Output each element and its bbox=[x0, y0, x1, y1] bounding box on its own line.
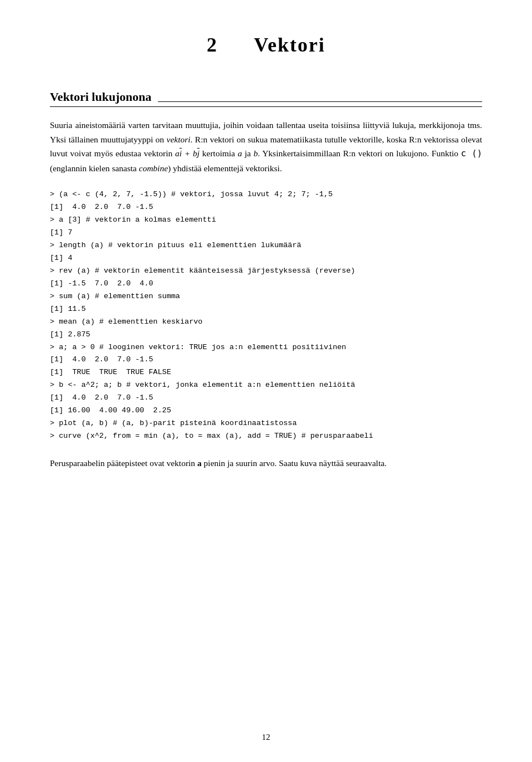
chapter-number: 2 bbox=[207, 34, 218, 56]
page: 2 Vektori Vektori lukujonona Suuria aine… bbox=[0, 0, 532, 762]
chapter-title-text: Vektori bbox=[254, 34, 325, 56]
chapter-title: 2 Vektori bbox=[50, 33, 482, 57]
code-block: > (a <- c (4, 2, 7, -1.5)) # vektori, jo… bbox=[50, 188, 482, 443]
section-title-rule bbox=[158, 101, 482, 102]
footer-paragraph: Perusparaabelin päätepisteet ovat vektor… bbox=[50, 456, 482, 471]
page-number: 12 bbox=[262, 733, 270, 742]
section-title-container: Vektori lukujonona bbox=[50, 90, 482, 107]
intro-paragraph: Suuria aineistomääriä varten tarvitaan m… bbox=[50, 118, 482, 175]
section-title: Vektori lukujonona bbox=[50, 90, 151, 104]
